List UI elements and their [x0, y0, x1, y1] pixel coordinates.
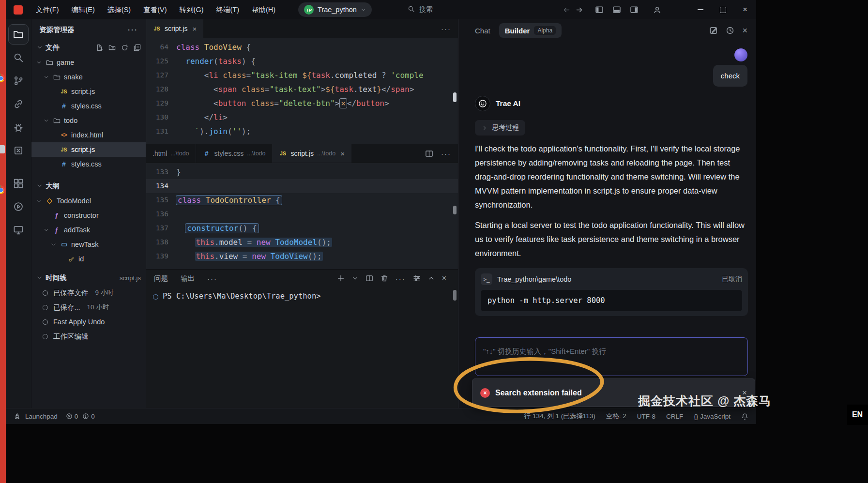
panel-tab[interactable]: 输出 [181, 274, 195, 283]
global-search[interactable]: 搜索 [408, 0, 433, 19]
outline-item[interactable]: id [31, 252, 146, 266]
bell-icon[interactable] [741, 413, 748, 420]
timeline-item[interactable]: 工作区编辑 [31, 329, 146, 344]
toggle-left-panel-button[interactable] [594, 5, 605, 14]
code-line[interactable]: 138 this.model = new TodoModel(); [146, 235, 458, 249]
tab-styles.css[interactable]: #styles.css...\todo [196, 144, 273, 163]
activity-grid-icon[interactable] [8, 173, 29, 194]
code-line[interactable]: 131 `).join(''); [146, 124, 458, 138]
outline-item[interactable]: ƒconstructor [31, 208, 146, 223]
code-line[interactable]: 134 [146, 179, 458, 193]
chat-input-box[interactable] [475, 337, 748, 376]
menu-item[interactable]: 文件(F) [30, 5, 65, 15]
scrollbar-thumb[interactable] [453, 206, 457, 214]
menu-item[interactable]: 帮助(H) [245, 5, 282, 15]
history-icon[interactable] [726, 26, 734, 35]
code-line[interactable]: 125 render(tasks) { [146, 54, 458, 68]
files-section-header[interactable]: 文件 [31, 40, 146, 55]
outline-item[interactable]: TodoModel [31, 194, 146, 208]
code-line[interactable]: 127 <li class="task-item ${task.complete… [146, 68, 458, 82]
activity-search-icon[interactable] [8, 47, 29, 68]
minimize-button[interactable] [689, 0, 712, 19]
file-tree-item[interactable]: <>index.html [31, 128, 146, 142]
statusbar-item[interactable]: 空格: 2 [606, 412, 626, 421]
code-line[interactable]: 130 </li> [146, 110, 458, 124]
navigate-back-button[interactable] [560, 6, 573, 14]
error-count[interactable]: 0 [66, 413, 78, 420]
code-line[interactable]: 135class TodoController { [146, 193, 458, 207]
close-panel-icon[interactable]: × [742, 26, 747, 36]
code-line[interactable]: 139 this.view = new TodoView(); [146, 249, 458, 263]
split-editor-icon[interactable] [425, 150, 433, 158]
filter-icon[interactable] [413, 274, 421, 282]
scrollbar-thumb[interactable] [453, 290, 457, 301]
more-actions-icon[interactable]: ··· [128, 26, 138, 34]
more-actions-icon[interactable]: ··· [441, 150, 451, 158]
close-tab-icon[interactable]: × [192, 25, 197, 33]
split-terminal-icon[interactable] [365, 274, 373, 282]
new-file-icon[interactable] [96, 44, 103, 51]
file-tree-item[interactable]: JSscript.js [31, 142, 146, 157]
activity-bug-icon[interactable] [8, 117, 29, 137]
close-button[interactable]: × [734, 0, 756, 19]
activity-branch-icon[interactable] [8, 71, 29, 91]
maximize-panel-icon[interactable] [428, 275, 435, 282]
account-icon[interactable] [653, 6, 661, 14]
timeline-section-header[interactable]: 时间线 script.js [31, 270, 146, 286]
scrollbar-thumb[interactable] [453, 92, 457, 102]
code-line[interactable]: 129 <button class="delete-btn">×</button… [146, 96, 458, 110]
file-tree-item[interactable]: JSscript.js [31, 84, 146, 99]
code-line[interactable]: 133} [146, 165, 458, 179]
file-tree-item[interactable]: game [31, 55, 146, 70]
file-tree-item[interactable]: todo [31, 113, 146, 128]
file-tree-item[interactable]: #styles.css [31, 99, 146, 113]
tab-chat[interactable]: Chat [475, 27, 490, 35]
tab-builder[interactable]: Builder Alpha [499, 23, 562, 38]
terminal[interactable]: PS C:\Users\Ma\Desktop\Trae_python> [146, 287, 458, 408]
close-panel-icon[interactable]: × [442, 274, 446, 283]
thinking-process-toggle[interactable]: 思考过程 [475, 120, 525, 136]
panel-tab[interactable]: 问题 [154, 274, 168, 283]
timeline-item[interactable]: 已保存...10 小时 [31, 300, 146, 315]
activity-monitor-icon[interactable] [8, 220, 29, 240]
maximize-button[interactable] [712, 0, 734, 19]
menu-item[interactable]: 查看(V) [137, 5, 173, 15]
warning-count[interactable]: 0 [82, 413, 95, 420]
statusbar-item[interactable]: UTF-8 [637, 413, 655, 420]
tab-script-js[interactable]: JS script.js × [146, 19, 203, 38]
outline-item[interactable]: newTask [31, 237, 146, 252]
timeline-item[interactable]: 已保存文件9 小时 [31, 286, 146, 300]
more-actions-icon[interactable]: ··· [441, 25, 451, 33]
project-switcher[interactable]: TP Trae_python [298, 2, 372, 17]
menu-item[interactable]: 选择(S) [101, 5, 137, 15]
close-tab-icon[interactable]: × [340, 150, 345, 158]
outline-section-header[interactable]: 大纲 [31, 178, 146, 194]
activity-play-icon[interactable] [8, 196, 29, 217]
code-editor-bottom[interactable]: 133}134135class TodoController {136137 c… [146, 163, 458, 269]
statusbar-item[interactable]: CRLF [666, 413, 683, 420]
code-line[interactable]: 136 [146, 207, 458, 221]
launchpad-button[interactable]: Launchpad [25, 413, 58, 420]
code-editor-top[interactable]: 64class TodoView {125 render(tasks) {127… [146, 38, 458, 144]
more-actions-icon[interactable]: ··· [207, 274, 217, 283]
new-terminal-icon[interactable] [337, 274, 345, 282]
file-tree-item[interactable]: snake [31, 70, 146, 84]
statusbar-item[interactable]: {} JavaScript [694, 413, 731, 420]
toggle-bottom-panel-button[interactable] [611, 5, 622, 14]
activity-flask-icon[interactable] [8, 140, 29, 161]
timeline-item[interactable]: Fast Apply Undo [31, 315, 146, 329]
new-chat-icon[interactable] [709, 26, 718, 35]
tab-.html[interactable]: .html...\todo [146, 144, 196, 163]
menu-item[interactable]: 终端(T) [210, 5, 245, 15]
more-actions-icon[interactable]: ··· [396, 274, 406, 283]
navigate-forward-button[interactable] [573, 6, 585, 14]
refresh-icon[interactable] [121, 44, 128, 51]
activity-link-icon[interactable] [8, 94, 29, 114]
chevron-down-icon[interactable] [352, 275, 358, 282]
outline-item[interactable]: ƒaddTask [31, 223, 146, 237]
menu-item[interactable]: 转到(G) [173, 5, 210, 15]
file-tree-item[interactable]: #styles.css [31, 157, 146, 171]
toggle-right-panel-button[interactable] [629, 5, 640, 14]
chat-input[interactable] [475, 340, 747, 362]
tab-script.js[interactable]: JSscript.js...\todo× [273, 144, 351, 163]
